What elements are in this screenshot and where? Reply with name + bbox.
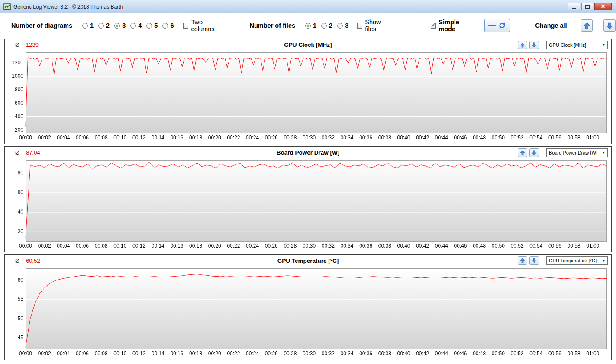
move-up-button[interactable] bbox=[518, 148, 527, 157]
toolbar: Number of diagrams 1 2 3 4 5 6 ✓ Two col… bbox=[0, 13, 616, 38]
metric-dropdown[interactable]: GPU Temperature [°C] ▼ bbox=[546, 256, 608, 265]
simple-mode-checkbox[interactable]: ✓ Simple mode bbox=[431, 19, 474, 32]
change-all-label: Change all bbox=[535, 22, 567, 29]
panel-controls: Board Power Draw [W] ▼ bbox=[518, 148, 608, 157]
radio-icon bbox=[82, 23, 88, 29]
radio-selected-icon bbox=[305, 23, 311, 29]
average-readout: Ø 87,04 bbox=[15, 149, 40, 156]
files-radio-2[interactable]: 2 bbox=[321, 22, 332, 29]
panel-board-power: Ø 87,04 Board Power Draw [W] Board Power… bbox=[4, 146, 612, 252]
arrow-up-icon bbox=[583, 22, 590, 29]
change-all-down-button[interactable] bbox=[603, 19, 616, 32]
number-of-files-label: Number of files bbox=[249, 22, 295, 29]
chart-area bbox=[5, 158, 611, 251]
average-readout: Ø 1239 bbox=[15, 42, 39, 48]
diagrams-radio-2[interactable]: 2 bbox=[98, 22, 110, 29]
arrow-down-icon bbox=[532, 150, 537, 155]
arrow-up-icon bbox=[520, 150, 525, 155]
window-title: Generic Log Viewer 3.2 - © 2018 Thomas B… bbox=[13, 4, 123, 10]
close-button[interactable]: ✕ bbox=[594, 3, 612, 10]
arrow-down-icon bbox=[606, 22, 613, 29]
chart-canvas-gpu-temperature[interactable] bbox=[5, 266, 611, 360]
titlebar: Generic Log Viewer 3.2 - © 2018 Thomas B… bbox=[0, 0, 616, 13]
average-readout: Ø 60,52 bbox=[15, 258, 40, 264]
panel-header: Ø 1239 GPU Clock [MHz] GPU Clock [MHz] ▼ bbox=[5, 39, 611, 50]
average-value: 60,52 bbox=[26, 258, 40, 264]
average-symbol: Ø bbox=[15, 258, 19, 264]
app-window: Generic Log Viewer 3.2 - © 2018 Thomas B… bbox=[0, 0, 616, 364]
diagrams-radio-6[interactable]: 6 bbox=[162, 22, 174, 29]
maximize-button[interactable] bbox=[581, 3, 593, 10]
chevron-down-icon: ▼ bbox=[602, 259, 605, 262]
files-radio-1[interactable]: 1 bbox=[305, 22, 316, 29]
radio-icon bbox=[321, 23, 327, 29]
radio-icon bbox=[337, 23, 343, 29]
refresh-icon bbox=[498, 22, 506, 29]
chart-canvas-gpu-clock[interactable] bbox=[5, 50, 611, 144]
arrow-up-icon bbox=[520, 42, 525, 48]
window-controls: ✕ bbox=[568, 3, 612, 10]
line-color-swatch bbox=[488, 25, 496, 26]
chevron-down-icon: ▼ bbox=[602, 43, 605, 46]
move-down-button[interactable] bbox=[529, 256, 539, 265]
average-value: 87,04 bbox=[26, 149, 40, 156]
radio-icon bbox=[98, 23, 104, 29]
chart-canvas-board-power[interactable] bbox=[5, 158, 611, 251]
panel-header: Ø 60,52 GPU Temperature [°C] GPU Tempera… bbox=[5, 255, 611, 266]
chart-area bbox=[5, 50, 611, 144]
average-value: 1239 bbox=[26, 42, 39, 48]
panel-controls: GPU Clock [MHz] ▼ bbox=[518, 41, 608, 49]
diagrams-radio-4[interactable]: 4 bbox=[130, 22, 142, 29]
metric-dropdown[interactable]: GPU Clock [MHz] ▼ bbox=[546, 41, 608, 49]
radio-selected-icon bbox=[114, 23, 120, 29]
move-down-button[interactable] bbox=[529, 41, 539, 49]
metric-dropdown[interactable]: Board Power Draw [W] ▼ bbox=[546, 148, 608, 157]
panel-header: Ø 87,04 Board Power Draw [W] Board Power… bbox=[5, 147, 611, 158]
minimize-icon bbox=[572, 8, 576, 9]
app-icon bbox=[3, 3, 11, 10]
close-icon: ✕ bbox=[601, 4, 605, 9]
maximize-icon bbox=[585, 5, 590, 9]
chart-area bbox=[5, 266, 611, 360]
panel-gpu-temperature: Ø 60,52 GPU Temperature [°C] GPU Tempera… bbox=[4, 254, 612, 360]
checkbox-icon: ✓ bbox=[357, 23, 362, 29]
radio-icon bbox=[162, 23, 168, 29]
move-up-button[interactable] bbox=[518, 256, 527, 265]
arrow-down-icon bbox=[532, 42, 537, 48]
arrow-up-icon bbox=[520, 258, 525, 263]
change-all-up-button[interactable] bbox=[581, 19, 593, 32]
show-files-checkbox[interactable]: ✓ Show files bbox=[357, 19, 391, 32]
chevron-down-icon: ▼ bbox=[602, 151, 605, 154]
chart-panels: Ø 1239 GPU Clock [MHz] GPU Clock [MHz] ▼ bbox=[0, 38, 616, 364]
average-symbol: Ø bbox=[15, 149, 19, 156]
diagrams-radio-3[interactable]: 3 bbox=[114, 22, 126, 29]
minimize-button[interactable] bbox=[568, 3, 580, 10]
radio-icon bbox=[146, 23, 152, 29]
move-up-button[interactable] bbox=[518, 41, 527, 49]
two-columns-checkbox[interactable]: ✓ Two columns bbox=[183, 19, 224, 32]
checkbox-icon: ✓ bbox=[183, 23, 188, 29]
line-color-refresh-button[interactable] bbox=[484, 19, 510, 32]
move-down-button[interactable] bbox=[529, 148, 539, 157]
average-symbol: Ø bbox=[15, 42, 19, 48]
panel-gpu-clock: Ø 1239 GPU Clock [MHz] GPU Clock [MHz] ▼ bbox=[4, 39, 612, 144]
number-of-diagrams-label: Number of diagrams bbox=[11, 22, 72, 29]
panel-controls: GPU Temperature [°C] ▼ bbox=[518, 256, 608, 265]
diagrams-radio-5[interactable]: 5 bbox=[146, 22, 158, 29]
radio-icon bbox=[130, 23, 136, 29]
checkbox-checked-icon: ✓ bbox=[431, 23, 436, 29]
diagrams-radio-1[interactable]: 1 bbox=[82, 22, 94, 29]
arrow-down-icon bbox=[532, 258, 537, 263]
files-radio-3[interactable]: 3 bbox=[337, 22, 348, 29]
